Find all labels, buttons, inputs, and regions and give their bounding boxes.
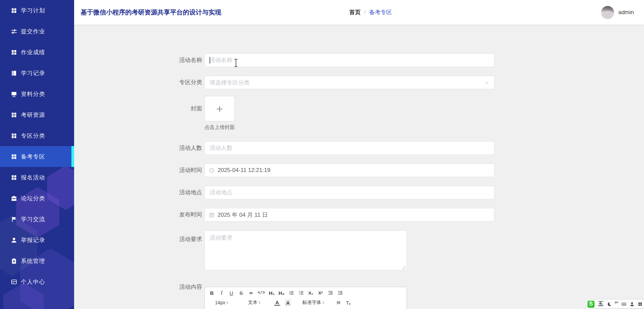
sidebar-item-study-plan[interactable]: 学习计划 bbox=[0, 0, 74, 21]
ime-wubi-mode[interactable]: 五 bbox=[598, 301, 604, 307]
sidebar-item-label: 学习记录 bbox=[21, 69, 45, 77]
activity-name-input[interactable] bbox=[204, 54, 494, 67]
clipboard-icon bbox=[11, 258, 17, 264]
editor-font-family-select[interactable]: 标准字体 bbox=[296, 299, 331, 306]
user-icon bbox=[11, 237, 17, 243]
editor-outdent-button[interactable] bbox=[327, 289, 333, 297]
updown-arrows-icon bbox=[225, 300, 229, 305]
grid-icon bbox=[11, 133, 17, 139]
plus-icon: + bbox=[216, 103, 223, 114]
avatar bbox=[601, 6, 614, 19]
sidebar-item-label: 提交作业 bbox=[21, 28, 45, 35]
editor-bold-button[interactable]: B bbox=[209, 289, 215, 297]
grid-icon bbox=[11, 112, 17, 118]
requirements-textarea[interactable] bbox=[204, 231, 407, 270]
cover-upload-box[interactable]: + bbox=[204, 96, 235, 122]
sidebar-item-label: 备考专区 bbox=[21, 153, 45, 161]
sidebar-item-label: 资料分类 bbox=[21, 90, 45, 98]
sidebar-item-forum-category[interactable]: 论坛分类 bbox=[0, 188, 74, 209]
ime-user-icon[interactable] bbox=[630, 302, 635, 307]
sidebar-item-label: 举报记录 bbox=[21, 236, 45, 244]
editor-heading-1-button[interactable]: H₁ bbox=[269, 289, 275, 297]
zone-category-label: 专区分类 bbox=[128, 76, 202, 89]
editor-font-size-select[interactable]: 14px bbox=[209, 299, 235, 306]
sidebar-item-system-management[interactable]: 系统管理 bbox=[0, 250, 74, 271]
editor-toolbar-row-2: 14px文本AA标准字体Tₓ bbox=[205, 299, 407, 307]
breadcrumb-separator: / bbox=[364, 0, 366, 25]
location-input[interactable] bbox=[204, 186, 494, 199]
sidebar-item-signup-activity[interactable]: 报名活动 bbox=[0, 167, 74, 188]
editor-indent-button[interactable] bbox=[337, 289, 343, 297]
notebook-icon bbox=[11, 70, 17, 76]
page: 学习计划提交作业作业成绩学习记录资料分类考研资源专区分类备考专区报名活动论坛分类… bbox=[0, 0, 644, 309]
sidebar-item-kaoyan-resources[interactable]: 考研资源 bbox=[0, 104, 74, 125]
ime-toolbar: S五°’ bbox=[589, 299, 644, 309]
editor-font-color-button[interactable]: A bbox=[274, 300, 280, 306]
sidebar-item-zone-category[interactable]: 专区分类 bbox=[0, 125, 74, 146]
reader-icon bbox=[11, 91, 17, 97]
clock-icon bbox=[209, 168, 215, 173]
requirements-label: 活动要求 bbox=[128, 233, 202, 246]
sidebar-item-study-records[interactable]: 学习记录 bbox=[0, 63, 74, 83]
editor-clear-format-button[interactable]: Tₓ bbox=[345, 299, 351, 306]
ime-keyboard-icon[interactable] bbox=[621, 302, 626, 307]
sidebar-item-homework-grades[interactable]: 作业成绩 bbox=[0, 42, 74, 63]
indent-icon bbox=[337, 290, 343, 296]
cover-label: 封面 bbox=[128, 102, 202, 115]
outdent-icon bbox=[328, 290, 333, 296]
editor-code-button[interactable]: </> bbox=[258, 289, 265, 297]
ime-sogou-logo[interactable]: S bbox=[587, 300, 595, 308]
editor-italic-button[interactable]: I bbox=[219, 289, 225, 297]
editor-superscript-button[interactable]: X² bbox=[318, 289, 324, 297]
sidebar-item-personal-center[interactable]: 个人中心 bbox=[0, 271, 74, 292]
sidebar-item-report-records[interactable]: 举报记录 bbox=[0, 230, 74, 250]
sidebar-item-material-category[interactable]: 资料分类 bbox=[0, 83, 74, 104]
user-menu[interactable]: admin bbox=[601, 0, 634, 25]
editor-background-color-button[interactable]: A bbox=[285, 299, 291, 306]
editor-unordered-list-button[interactable] bbox=[298, 289, 304, 297]
zone-category-select[interactable]: 请选择专区分类 bbox=[204, 76, 494, 89]
editor-heading-2-button[interactable]: H₂ bbox=[279, 289, 285, 297]
briefcase-icon bbox=[11, 195, 17, 202]
editor-line-height-button[interactable] bbox=[335, 299, 342, 306]
editor-blockquote-button[interactable]: ” bbox=[248, 289, 254, 297]
editor-underline-button[interactable]: U bbox=[228, 289, 234, 297]
breadcrumb-current[interactable]: 备考专区 bbox=[369, 0, 392, 25]
editor-ordered-list-button[interactable] bbox=[288, 289, 294, 297]
grid-icon bbox=[11, 7, 17, 14]
sliders-icon bbox=[11, 28, 17, 35]
location-label: 活动地点 bbox=[128, 186, 202, 199]
activity-time-value: 2025-04-11 12:21:19 bbox=[218, 167, 270, 174]
chevron-down-icon bbox=[484, 80, 489, 85]
flag-icon bbox=[11, 216, 17, 222]
sidebar-item-exam-prep-zone[interactable]: 备考专区 bbox=[0, 146, 74, 167]
editor-format-select[interactable]: 文本 bbox=[240, 299, 269, 306]
ime-punctuation-mode[interactable]: °’ bbox=[615, 301, 618, 307]
sidebar-item-label: 系统管理 bbox=[21, 257, 45, 265]
publish-time-picker[interactable]: 2025 年 04 月 11 日 bbox=[204, 208, 494, 221]
zone-category-placeholder: 请选择专区分类 bbox=[210, 79, 484, 87]
cover-upload-hint: 点击上传封面 bbox=[199, 124, 240, 131]
grid-icon bbox=[11, 49, 17, 56]
editor-subscript-button[interactable]: X₂ bbox=[308, 289, 314, 297]
participants-label: 活动人数 bbox=[128, 141, 202, 155]
sidebar-item-submit-homework[interactable]: 提交作业 bbox=[0, 21, 74, 42]
rich-text-editor: BIUS”</>H₁H₂X₂X² 14px文本AA标准字体Tₓ bbox=[204, 287, 407, 309]
participants-input[interactable] bbox=[204, 141, 494, 155]
sidebar: 学习计划提交作业作业成绩学习记录资料分类考研资源专区分类备考专区报名活动论坛分类… bbox=[0, 0, 74, 309]
activity-time-picker[interactable]: 2025-04-11 12:21:19 bbox=[204, 164, 494, 177]
sidebar-item-label: 作业成绩 bbox=[21, 48, 45, 56]
updown-arrows-icon bbox=[258, 300, 261, 305]
activity-name-label: 活动名称 bbox=[128, 54, 202, 67]
breadcrumb-home[interactable]: 首页 bbox=[349, 0, 361, 25]
breadcrumb: 首页 / 备考专区 bbox=[349, 0, 392, 25]
sidebar-item-label: 论坛分类 bbox=[21, 195, 45, 202]
activity-time-label: 活动时间 bbox=[128, 164, 202, 177]
sidebar-nav: 学习计划提交作业作业成绩学习记录资料分类考研资源专区分类备考专区报名活动论坛分类… bbox=[0, 0, 74, 292]
publish-time-value: 2025 年 04 月 11 日 bbox=[218, 211, 268, 219]
sidebar-item-label: 专区分类 bbox=[21, 132, 45, 140]
ime-moon-icon[interactable] bbox=[607, 302, 612, 307]
ime-apps-icon[interactable] bbox=[638, 302, 643, 307]
editor-strikethrough-button[interactable]: S bbox=[238, 289, 244, 297]
sidebar-item-study-exchange[interactable]: 学习交流 bbox=[0, 209, 74, 230]
